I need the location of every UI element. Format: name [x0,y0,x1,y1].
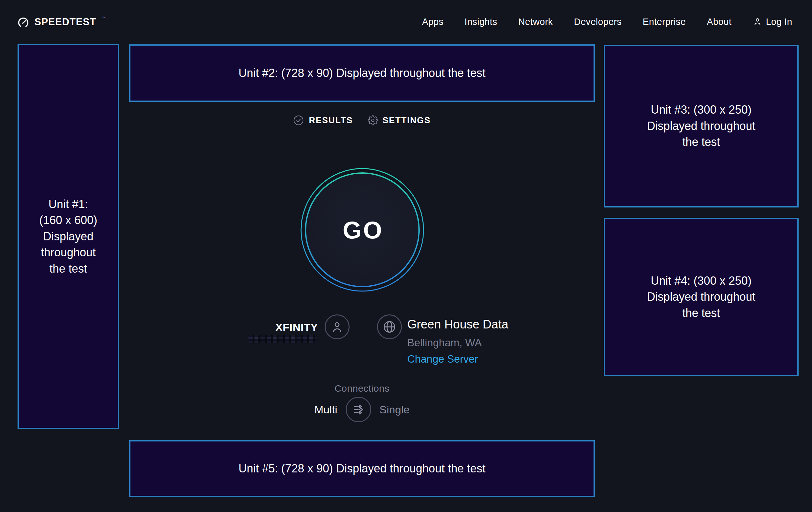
nav-item-insights[interactable]: Insights [465,17,497,27]
isp-address-redacted [249,335,316,343]
connections-row: Multi Single [129,397,595,422]
change-server-link[interactable]: Change Server [407,353,478,365]
go-button-label: GO [300,168,425,292]
tabs-row: RESULTS SETTINGS [129,115,595,126]
tab-results[interactable]: RESULTS [293,115,353,126]
ad-unit-2[interactable]: Unit #2: (728 x 90) Displayed throughout… [129,44,595,102]
main-nav: Apps Insights Network Developers Enterpr… [422,6,792,38]
top-nav-bar: SPEEDTEST ™ Apps Insights Network Develo… [0,0,812,42]
connection-mode-single[interactable]: Single [379,403,410,416]
server-location: Bellingham, WA [407,337,482,349]
gear-icon [368,115,378,126]
go-button[interactable]: GO [300,168,425,292]
login-link[interactable]: Log In [753,17,792,27]
tab-results-label: RESULTS [309,115,353,126]
ad-unit-1[interactable]: Unit #1: (160 x 600) Displayed throughou… [18,44,119,429]
nav-item-about[interactable]: About [707,17,731,27]
nav-item-enterprise[interactable]: Enterprise [643,17,686,27]
ad-unit-1-text: Unit #1: (160 x 600) Displayed throughou… [39,196,97,277]
connection-mode-multi[interactable]: Multi [315,403,338,416]
trademark-mark: ™ [102,16,106,20]
login-label: Log In [766,17,792,27]
isp-name: XFINITY [275,321,318,333]
triple-arrows-icon [351,402,366,417]
server-name: Green House Data [407,318,509,331]
server-avatar [377,315,402,339]
check-circle-icon [293,115,304,126]
speedtest-page: SPEEDTEST ™ Apps Insights Network Develo… [0,0,812,512]
nav-item-developers[interactable]: Developers [574,17,621,27]
ad-unit-2-text: Unit #2: (728 x 90) Displayed throughout… [238,65,486,81]
isp-avatar [325,315,350,339]
speedometer-icon [17,17,29,29]
brand-logo[interactable]: SPEEDTEST ™ [17,16,106,29]
ad-unit-3[interactable]: Unit #3: (300 x 250) Displayed throughou… [604,45,799,208]
ad-unit-5[interactable]: Unit #5: (728 x 90) Displayed throughout… [129,440,595,497]
user-icon [753,17,762,26]
brand-name: SPEEDTEST [34,16,96,28]
connection-toggle-button[interactable] [346,397,371,422]
ad-unit-4[interactable]: Unit #4: (300 x 250) Displayed throughou… [604,218,799,376]
nav-item-network[interactable]: Network [518,17,553,27]
connections-label: Connections [129,383,595,394]
nav-item-apps[interactable]: Apps [422,17,443,27]
globe-icon [382,320,397,334]
tab-settings-label: SETTINGS [383,115,431,126]
ad-unit-5-text: Unit #5: (728 x 90) Displayed throughout… [238,461,486,477]
ad-unit-3-text: Unit #3: (300 x 250) Displayed throughou… [647,102,755,150]
ad-unit-4-text: Unit #4: (300 x 250) Displayed throughou… [647,273,755,321]
tab-settings[interactable]: SETTINGS [368,115,431,126]
user-icon [330,320,344,333]
